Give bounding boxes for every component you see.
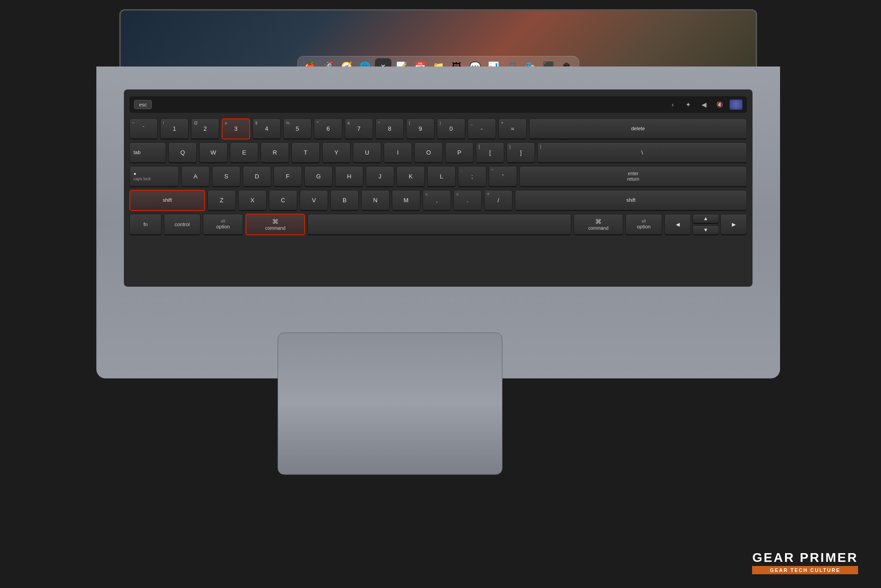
key-arrow-left[interactable]: ◀: [664, 214, 691, 235]
keyboard-inner: esc ‹ ✦ ◀ 🔇 ~ ` ! 1: [124, 89, 753, 287]
key-space[interactable]: [307, 214, 571, 235]
key-g[interactable]: G: [304, 166, 333, 187]
tb-siri-button[interactable]: [730, 100, 742, 110]
key-a[interactable]: A: [181, 166, 210, 187]
key-shift-left[interactable]: shift: [129, 190, 205, 211]
key-f[interactable]: F: [273, 166, 302, 187]
key-x[interactable]: X: [238, 190, 267, 211]
key-quote[interactable]: " ': [489, 166, 517, 187]
key-shift-right[interactable]: shift: [515, 190, 747, 211]
tb-brightness-up-icon[interactable]: ✦: [683, 101, 694, 108]
key-equals[interactable]: + =: [498, 118, 527, 139]
key-rows: ~ ` ! 1 @ 2 # 3: [129, 118, 747, 235]
esc-key[interactable]: esc: [134, 100, 152, 109]
arrow-key-group: ◀ ▲ ▼ ▶: [664, 214, 747, 235]
key-5[interactable]: % 5: [283, 118, 312, 139]
key-i[interactable]: I: [384, 142, 412, 163]
key-semicolon[interactable]: : ;: [458, 166, 486, 187]
key-command-right[interactable]: ⌘ command: [574, 214, 623, 235]
key-fn[interactable]: fn: [129, 214, 162, 235]
key-backtick[interactable]: ~ `: [129, 118, 158, 139]
key-arrow-right[interactable]: ▶: [720, 214, 747, 235]
key-t[interactable]: T: [291, 142, 320, 163]
number-row: ~ ` ! 1 @ 2 # 3: [129, 118, 747, 139]
macbook: 🍎 🚀 🧭 🌐 ✕ 📝 📅 📁 🖼 💬 📊 🎵 🎭 ⬛ 🗑 MacBook Pr…: [96, 9, 780, 550]
key-1[interactable]: ! 1: [160, 118, 189, 139]
trackpad[interactable]: [278, 333, 502, 475]
key-h[interactable]: H: [335, 166, 363, 187]
shift-row: shift Z X C V B N M < , > .: [129, 190, 747, 211]
key-c[interactable]: C: [269, 190, 297, 211]
key-bracket-right[interactable]: } ]: [507, 142, 535, 163]
tb-brightness-down-icon[interactable]: ‹: [667, 101, 678, 108]
key-q[interactable]: Q: [168, 142, 197, 163]
key-v[interactable]: V: [300, 190, 328, 211]
key-e[interactable]: E: [230, 142, 258, 163]
key-7[interactable]: & 7: [345, 118, 373, 139]
touchbar: esc ‹ ✦ ◀ 🔇: [129, 96, 747, 113]
key-3[interactable]: # 3: [222, 118, 250, 139]
key-9[interactable]: ( 9: [406, 118, 435, 139]
key-y[interactable]: Y: [322, 142, 351, 163]
key-slash[interactable]: ? /: [484, 190, 513, 211]
key-z[interactable]: Z: [207, 190, 236, 211]
key-u[interactable]: U: [353, 142, 381, 163]
key-bracket-left[interactable]: { [: [476, 142, 504, 163]
key-d[interactable]: D: [243, 166, 271, 187]
key-arrow-down[interactable]: ▼: [692, 225, 719, 235]
key-m[interactable]: M: [392, 190, 420, 211]
key-option-right[interactable]: alt option: [625, 214, 662, 235]
key-s[interactable]: S: [212, 166, 240, 187]
key-delete[interactable]: delete: [529, 118, 747, 139]
key-command-left[interactable]: ⌘ command: [245, 214, 305, 235]
watermark-tagline: GEAR TECH CULTURE: [752, 566, 858, 574]
keyboard-body: esc ‹ ✦ ◀ 🔇 ~ ` ! 1: [96, 67, 780, 378]
key-k[interactable]: K: [396, 166, 425, 187]
key-8[interactable]: * 8: [375, 118, 404, 139]
tb-volume-down-icon[interactable]: ◀: [698, 101, 709, 108]
key-4[interactable]: $ 4: [252, 118, 281, 139]
key-2[interactable]: @ 2: [191, 118, 219, 139]
key-6[interactable]: ^ 6: [314, 118, 342, 139]
key-backslash[interactable]: | \: [537, 142, 747, 163]
key-0[interactable]: ) 0: [437, 118, 465, 139]
key-w[interactable]: W: [199, 142, 228, 163]
key-b[interactable]: B: [330, 190, 359, 211]
key-tab[interactable]: tab: [129, 142, 166, 163]
key-enter[interactable]: enter return: [519, 166, 747, 187]
key-l[interactable]: L: [427, 166, 456, 187]
watermark-brand: GEAR PRIMER: [752, 550, 858, 565]
key-minus[interactable]: _ -: [468, 118, 496, 139]
watermark: GEAR PRIMER GEAR TECH CULTURE: [752, 550, 858, 574]
key-comma[interactable]: < ,: [423, 190, 451, 211]
key-o[interactable]: O: [414, 142, 443, 163]
key-capslock[interactable]: ● caps lock: [129, 166, 179, 187]
key-j[interactable]: J: [366, 166, 394, 187]
key-n[interactable]: N: [361, 190, 390, 211]
key-p[interactable]: P: [445, 142, 474, 163]
key-control[interactable]: control: [164, 214, 201, 235]
qwerty-row: tab Q W E R T Y U I O P { [: [129, 142, 747, 163]
key-period[interactable]: > .: [453, 190, 482, 211]
key-arrow-up[interactable]: ▲: [692, 214, 719, 224]
bottom-row: fn control alt option ⌘ command: [129, 214, 747, 235]
asdf-row: ● caps lock A S D F G H J K L : ;: [129, 166, 747, 187]
key-option-left[interactable]: alt option: [203, 214, 243, 235]
key-r[interactable]: R: [261, 142, 289, 163]
tb-mute-icon[interactable]: 🔇: [714, 101, 725, 108]
